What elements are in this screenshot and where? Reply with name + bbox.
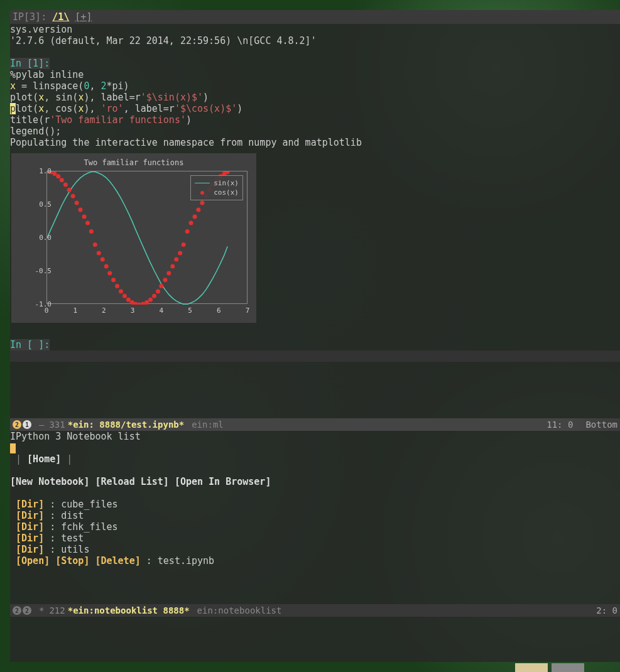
emacs-window: IP[3]: /1\ [+] sys.version '2.7.6 (defau… — [10, 10, 620, 662]
dir-tag[interactable]: [Dir] — [16, 533, 44, 544]
dir-tag[interactable]: [Dir] — [16, 499, 44, 510]
svg-point-25 — [137, 303, 141, 305]
modeline-badge1: 2 — [13, 420, 21, 429]
cell1-line3[interactable]: plot(x, sin(x), label=r'$\sin(x)$') — [10, 92, 620, 103]
svg-point-34 — [170, 264, 175, 269]
modeline-bottom: 2 2 * 212 *ein:notebooklist 8888* ein:no… — [10, 604, 620, 617]
svg-point-32 — [163, 278, 167, 282]
open-browser-button[interactable]: [Open In Browser] — [175, 476, 271, 487]
nblist-dir-row: [Dir] : cube_files — [10, 499, 620, 510]
svg-point-29 — [152, 294, 156, 298]
dir-name[interactable]: dist — [61, 510, 84, 521]
notebooklist-buffer[interactable]: IPython 3 Notebook list | [Home] | [New … — [10, 431, 620, 604]
open-button[interactable]: [Open] — [16, 555, 50, 566]
svg-point-28 — [148, 298, 153, 302]
nblist-dir-row: [Dir] : test — [10, 533, 620, 544]
nblist-heading: IPython 3 Notebook list — [10, 431, 620, 442]
cell1-line2[interactable]: x = linspace(0, 2*pi) — [10, 80, 620, 92]
cell2-body[interactable] — [10, 350, 620, 362]
modeline2-mode: ein:notebooklist — [197, 605, 282, 615]
new-notebook-button[interactable]: [New Notebook] — [10, 476, 89, 487]
minibuffer[interactable] — [10, 617, 620, 628]
svg-point-4 — [60, 178, 64, 182]
svg-point-17 — [107, 271, 112, 276]
cell1-line4[interactable]: plot(x, cos(x), 'ro', label=r'$\cos(x)$'… — [10, 103, 620, 114]
svg-point-19 — [115, 284, 119, 288]
xtick: 1 — [73, 306, 77, 315]
reload-list-button[interactable]: [Reload List] — [95, 476, 168, 487]
svg-point-15 — [101, 257, 105, 262]
plot-title: Two familiar functions — [11, 153, 256, 167]
nblist-file-row: [Open] [Stop] [Delete] : test.ipynb — [10, 555, 620, 566]
modeline2-position: 2: 0 — [596, 605, 617, 615]
xtick: 6 — [217, 306, 221, 315]
svg-point-7 — [71, 194, 75, 198]
modeline-position: 11: 0 — [547, 420, 573, 430]
cell1-output: Populating the interactive namespace fro… — [10, 137, 620, 148]
xtick: 0 — [45, 306, 49, 315]
notebook-buffer[interactable]: sys.version '2.7.6 (default, Mar 22 2014… — [10, 24, 620, 418]
svg-point-6 — [67, 188, 72, 192]
svg-point-42 — [200, 200, 204, 205]
dir-name[interactable]: cube_files — [61, 499, 117, 510]
nblist-nav: | [Home] | — [10, 453, 620, 465]
taskbar-icons — [515, 663, 584, 672]
xtick: 4 — [160, 306, 164, 315]
tab-add[interactable]: [+] — [75, 11, 92, 23]
legend-cos-dot — [195, 191, 210, 195]
svg-point-22 — [126, 298, 131, 302]
delete-button[interactable]: [Delete] — [95, 555, 140, 566]
svg-point-30 — [156, 290, 160, 294]
cell1-line1[interactable]: %pylab inline — [10, 69, 620, 80]
stop-button[interactable]: [Stop] — [55, 555, 89, 566]
dir-tag[interactable]: [Dir] — [16, 521, 44, 533]
dir-name[interactable]: test — [61, 533, 84, 544]
cell1-line6[interactable]: legend(); — [10, 126, 620, 137]
svg-point-9 — [79, 207, 83, 212]
taskbar-item-2[interactable] — [552, 663, 584, 672]
plot-legend: sin(x) cos(x) — [190, 175, 243, 200]
svg-point-2 — [52, 171, 57, 176]
dir-tag[interactable]: [Dir] — [16, 510, 44, 521]
svg-point-18 — [111, 278, 116, 282]
nblist-dir-row: [Dir] : fchk_files — [10, 521, 620, 533]
svg-point-3 — [56, 174, 60, 178]
ytick: 0.0 — [39, 234, 52, 242]
svg-point-38 — [185, 229, 190, 234]
nblist-home[interactable]: [Home] — [27, 453, 61, 465]
svg-point-10 — [82, 215, 87, 219]
svg-point-37 — [182, 242, 186, 247]
dir-name[interactable]: utils — [61, 544, 89, 555]
nblist-actions: [New Notebook] [Reload List] [Open In Br… — [10, 476, 620, 487]
plot-axes: sin(x) cos(x) — [46, 171, 247, 304]
modeline-top: 2 1 — 331 *ein: 8888/test.ipynb* ein:ml … — [10, 418, 620, 431]
xtick: 5 — [188, 306, 192, 315]
ytick: 1.0 — [39, 167, 52, 175]
ytick: 0.5 — [39, 200, 52, 209]
file-name[interactable]: test.ipynb — [158, 555, 214, 566]
svg-point-27 — [144, 300, 149, 305]
taskbar-item-1[interactable] — [515, 663, 548, 672]
dir-name[interactable]: fchk_files — [61, 521, 117, 533]
legend-cos-label: cos(x) — [214, 188, 239, 197]
modeline-badge2: 1 — [23, 420, 31, 429]
modeline-mode: ein:ml — [192, 420, 224, 430]
modeline2-buffer-name: *ein:notebooklist 8888* — [68, 605, 190, 615]
tab-bar: IP[3]: /1\ [+] — [10, 10, 620, 24]
plot-output: Two familiar functions sin(x) cos(x) -1.… — [11, 153, 256, 323]
code-sys-version: sys.version — [10, 24, 620, 35]
svg-point-16 — [104, 264, 109, 269]
nblist-dir-row: [Dir] : dist — [10, 510, 620, 521]
cell1-line5[interactable]: title(r'Two familiar functions') — [10, 114, 620, 126]
svg-point-20 — [119, 290, 123, 294]
nblist-cursor — [10, 443, 16, 453]
dir-tag[interactable]: [Dir] — [16, 544, 44, 555]
tab-active[interactable]: /1\ — [52, 11, 69, 23]
ytick: -0.5 — [35, 267, 52, 275]
svg-point-11 — [85, 221, 90, 225]
tab-prefix: IP[3]: — [13, 11, 52, 23]
modeline-buffer-name: *ein: 8888/test.ipynb* — [68, 420, 184, 430]
svg-point-33 — [166, 271, 171, 276]
svg-point-35 — [174, 257, 178, 262]
svg-point-8 — [75, 200, 79, 205]
